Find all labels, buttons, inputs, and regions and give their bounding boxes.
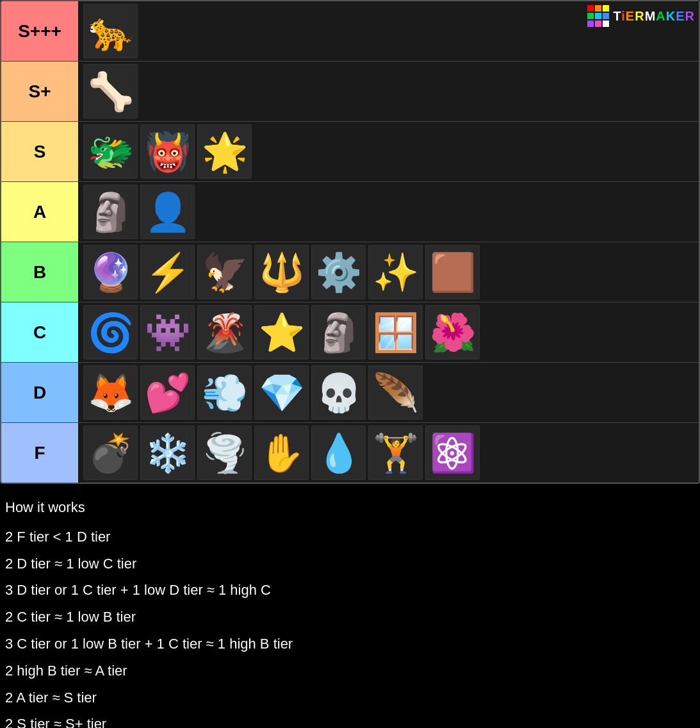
tier-item[interactable]: 🌟	[197, 124, 252, 179]
how-it-works-section: How it works 2 F tier < 1 D tier 2 D tie…	[0, 484, 700, 728]
tier-table: S+++ 🐆 S+ 🦴 S	[0, 0, 700, 484]
item-icon-demon: 👹	[145, 133, 191, 170]
tier-item[interactable]: 🐆	[83, 4, 138, 58]
tier-item[interactable]: 🌺	[425, 305, 480, 360]
tier-item[interactable]: 🗿	[311, 305, 366, 360]
item-icon-flower: 🌺	[430, 314, 476, 351]
tier-label-a: A	[1, 182, 78, 242]
item-icon-glint: ✨	[373, 254, 419, 291]
tier-item[interactable]: 🔱	[254, 245, 309, 299]
tier-item[interactable]: 💕	[140, 365, 195, 420]
item-icon-tiger: 🐆	[88, 13, 134, 50]
tier-item[interactable]: ✨	[368, 245, 423, 299]
tier-label-s: S	[1, 122, 78, 181]
tier-content-a: 🗿 👤	[78, 182, 699, 242]
item-icon-rumble: 🔮	[88, 254, 134, 291]
item-icon-shadow: 👤	[145, 194, 191, 231]
rule-5: 3 C tier or 1 low B tier + 1 C tier ≈ 1 …	[5, 631, 695, 658]
item-icon-tornado: 🌪️	[202, 434, 248, 472]
logo-grid-icon	[587, 5, 609, 27]
tier-content-f: 💣 ❄️ 🌪️ ✋ 💧 🏋️ ⚛️	[78, 423, 699, 483]
tier-row-s: S 🐲 👹 🌟	[1, 122, 699, 182]
item-icon-fox: 🦊	[88, 374, 134, 411]
tier-content-s: 🐲 👹 🌟	[78, 122, 699, 181]
item-icon-buddha: 🗿	[88, 194, 134, 231]
tier-item[interactable]: 🗿	[83, 185, 138, 239]
tier-item[interactable]: ⭐	[254, 305, 309, 360]
item-icon-star: ⭐	[259, 314, 305, 351]
tier-item[interactable]: 🦅	[197, 245, 252, 299]
tier-row-c: C 🌀 👾 🌋 ⭐ 🗿 🪟	[1, 302, 699, 363]
item-icon-spiral: 🌀	[88, 314, 134, 351]
tier-item[interactable]: 👹	[140, 124, 195, 179]
tier-label-b: B	[1, 242, 78, 302]
tier-item[interactable]: 💧	[311, 426, 366, 480]
tier-label-sppp: S+++	[1, 1, 78, 61]
tier-item[interactable]: 👾	[140, 305, 195, 360]
item-icon-radiance: 🌟	[202, 133, 248, 170]
item-icon-alien: 👾	[145, 314, 191, 351]
tier-item[interactable]: 💨	[197, 365, 252, 420]
tier-table-wrapper: TiERMAKER S+++ 🐆 S+ 🦴	[0, 0, 700, 484]
tier-item[interactable]: ⚙️	[311, 245, 366, 299]
tier-content-sp: 🦴	[78, 62, 699, 121]
tier-label-f: F	[1, 423, 78, 483]
item-icon-spike: 🔱	[259, 254, 305, 291]
tier-content-c: 🌀 👾 🌋 ⭐ 🗿 🪟 🌺	[78, 302, 699, 362]
item-icon-hearts: 💕	[145, 374, 191, 411]
tier-content-d: 🦊 💕 💨 💎 💀 🪶	[78, 363, 699, 422]
item-icon-wind: 💨	[202, 374, 248, 411]
item-icon-dragon: 🐲	[88, 133, 134, 170]
tier-row-f: F 💣 ❄️ 🌪️ ✋ 💧 🏋️	[1, 423, 699, 483]
tier-item[interactable]: 🌪️	[197, 426, 252, 480]
tier-item[interactable]: ⚡	[140, 245, 195, 299]
tier-row-a: A 🗿 👤	[1, 182, 699, 242]
tier-item[interactable]: ❄️	[140, 426, 195, 480]
item-icon-barrier: ⚙️	[316, 254, 362, 291]
tier-item[interactable]: 🐲	[83, 124, 138, 179]
item-icon-skull: 💀	[316, 374, 362, 411]
tier-item[interactable]: 👤	[140, 185, 195, 239]
rule-2: 2 D tier ≈ 1 low C tier	[5, 550, 695, 577]
tier-item[interactable]: 💀	[311, 365, 366, 420]
item-icon-feather: 🦴	[88, 73, 134, 110]
tier-item[interactable]: 🪟	[368, 305, 423, 360]
tier-row-d: D 🦊 💕 💨 💎 💀 🪶	[1, 363, 699, 423]
rule-7: 2 A tier ≈ S tier	[5, 684, 695, 711]
tier-item[interactable]: 💣	[83, 426, 138, 480]
tier-item[interactable]: ⚛️	[425, 426, 480, 480]
how-it-works-title: How it works	[5, 494, 695, 521]
item-icon-weight: 🏋️	[373, 434, 419, 472]
tier-item[interactable]: 🦊	[83, 365, 138, 420]
item-icon-snowflake: ❄️	[145, 434, 191, 472]
item-icon-lightning: ⚡	[145, 254, 191, 291]
rule-8: 2 S tier ≈ S+ tier	[5, 711, 695, 728]
item-icon-mud: 🗿	[316, 314, 362, 351]
rule-3: 3 D tier or 1 C tier + 1 low D tier ≈ 1 …	[5, 577, 695, 604]
item-icon-bird: 🦅	[202, 254, 248, 291]
tier-label-d: D	[1, 363, 78, 422]
item-icon-diamond: 💎	[259, 374, 305, 411]
tier-item[interactable]: 🌀	[83, 305, 138, 360]
item-icon-volcano: 🌋	[202, 314, 248, 351]
tiermaker-logo: TiERMAKER	[587, 5, 695, 27]
tier-item[interactable]: 🪶	[368, 365, 423, 420]
item-icon-ice: 🪟	[373, 314, 419, 351]
item-icon-wing: 🪶	[373, 374, 419, 411]
item-icon-atom: ⚛️	[430, 434, 476, 472]
tier-row-sp: S+ 🦴	[1, 62, 699, 122]
logo-text: TiERMAKER	[613, 9, 695, 24]
tier-item[interactable]: 💎	[254, 365, 309, 420]
rule-4: 2 C tier ≈ 1 low B tier	[5, 604, 695, 631]
item-icon-hand: ✋	[259, 434, 305, 472]
tier-item[interactable]: 🏋️	[368, 426, 423, 480]
tier-item[interactable]: 🌋	[197, 305, 252, 360]
rule-6: 2 high B tier ≈ A tier	[5, 658, 695, 684]
tier-item[interactable]: ✋	[254, 426, 309, 480]
tier-row-b: B 🔮 ⚡ 🦅 🔱 ⚙️ ✨	[1, 242, 699, 302]
tier-item[interactable]: 🟫	[425, 245, 480, 299]
tier-item[interactable]: 🔮	[83, 245, 138, 299]
tier-item[interactable]: 🦴	[83, 64, 138, 119]
tier-label-sp: S+	[1, 62, 78, 121]
rule-1: 2 F tier < 1 D tier	[5, 524, 695, 550]
